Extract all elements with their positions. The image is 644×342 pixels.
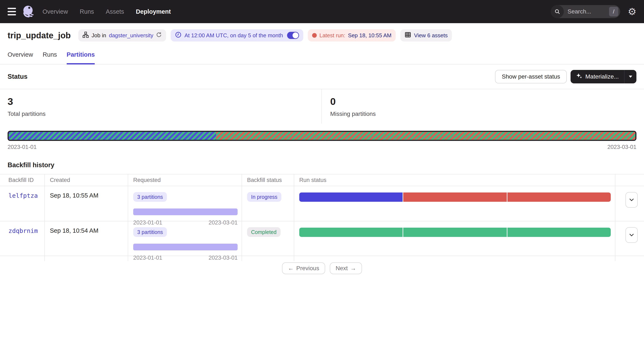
status-header-row: Status Show per-asset status Materialize… — [0, 65, 644, 89]
stat-total-partitions: 3 Total partitions — [0, 89, 321, 124]
backfill-status-badge: In progress — [247, 192, 282, 202]
nav-item-overview[interactable]: Overview — [42, 8, 68, 15]
page-title: trip_update_job — [8, 31, 71, 40]
col-backfill-id: Backfill ID — [0, 174, 44, 186]
backfill-table: Backfill ID Created Requested Backfill s… — [0, 174, 644, 256]
schedule-label: At 12:00 AM UTC, on day 5 of the month — [184, 32, 283, 39]
schedule-toggle[interactable] — [287, 32, 299, 39]
job-tabs: Overview Runs Partitions — [0, 48, 644, 65]
dagster-logo-icon[interactable] — [22, 5, 35, 18]
schedule-badge: At 12:00 AM UTC, on day 5 of the month — [171, 29, 303, 42]
search-shortcut-badge: / — [609, 7, 618, 17]
arrow-left-icon: ← — [288, 265, 294, 272]
tab-overview[interactable]: Overview — [8, 51, 33, 65]
partition-stats: 3 Total partitions 0 Missing partitions — [0, 89, 644, 124]
materialize-button[interactable]: Materialize... — [570, 70, 624, 83]
run-segment[interactable] — [299, 192, 402, 202]
stat-value: 0 — [330, 96, 636, 107]
job-header: trip_update_job Job in dagster_universit… — [0, 23, 644, 48]
job-repo-badge: Job in dagster_university — [78, 29, 166, 42]
tab-runs[interactable]: Runs — [43, 51, 57, 65]
materialize-label: Materialize... — [585, 73, 619, 80]
chevron-down-icon — [629, 233, 634, 236]
view-assets-badge[interactable]: View 6 assets — [400, 29, 452, 42]
repository-link[interactable]: dagster_university — [109, 32, 153, 39]
col-run-status: Run status — [294, 174, 615, 186]
job-icon — [82, 32, 89, 39]
hamburger-menu-icon[interactable] — [8, 8, 16, 15]
created-timestamp: Sep 18, 10:54 AM — [50, 227, 98, 234]
sparkle-icon — [576, 73, 582, 81]
backfill-id-link[interactable]: zdqbrnim — [8, 227, 38, 234]
nav-item-assets[interactable]: Assets — [106, 8, 124, 15]
latest-run-badge: Latest run: Sep 18, 10:55 AM — [308, 29, 396, 42]
run-segment[interactable] — [508, 228, 611, 237]
next-label: Next — [336, 265, 348, 272]
stat-missing-partitions: 0 Missing partitions — [321, 89, 644, 124]
caret-down-icon — [629, 76, 632, 78]
col-expand — [615, 174, 644, 186]
job-in-label: Job in — [92, 32, 106, 39]
col-requested: Requested — [128, 174, 242, 186]
backfill-history-heading: Backfill history — [0, 150, 644, 174]
nav-item-runs[interactable]: Runs — [80, 8, 94, 15]
backfill-status-badge: Completed — [247, 227, 280, 237]
requested-range-bar — [133, 208, 238, 215]
expand-row-button[interactable] — [626, 192, 638, 208]
run-segment[interactable] — [508, 192, 611, 202]
search-input[interactable]: Search... / — [551, 5, 620, 18]
col-created: Created — [44, 174, 128, 186]
partition-range-start: 2023-01-01 — [8, 144, 36, 150]
run-segment[interactable] — [403, 228, 506, 237]
previous-page-button[interactable]: ← Previous — [282, 262, 325, 274]
partition-status-bar[interactable] — [8, 131, 636, 141]
nav-item-deployment[interactable]: Deployment — [136, 8, 171, 15]
gear-icon[interactable]: ⚙ — [628, 7, 636, 17]
run-failed-dot-icon — [312, 33, 317, 38]
latest-run-time-link[interactable]: Sep 18, 10:55 AM — [348, 32, 392, 39]
search-placeholder: Search... — [568, 8, 609, 15]
previous-label: Previous — [296, 265, 319, 272]
table-row: lelfptza Sep 18, 10:55 AM 3 partitions 2… — [0, 186, 644, 221]
view-assets-link[interactable]: View 6 assets — [414, 32, 448, 39]
materialize-dropdown-button[interactable] — [624, 70, 636, 83]
top-nav-links: Overview Runs Assets Deployment — [42, 8, 171, 15]
requested-range-end: 2023-03-01 — [208, 255, 238, 261]
stat-label: Total partitions — [8, 111, 314, 117]
stat-value: 3 — [8, 96, 314, 107]
run-status-bar[interactable] — [299, 228, 611, 237]
partition-bar-segment-inprogress[interactable] — [9, 132, 216, 140]
backfill-table-header: Backfill ID Created Requested Backfill s… — [0, 174, 644, 186]
materialize-button-group: Materialize... — [570, 70, 636, 83]
created-timestamp: Sep 18, 10:55 AM — [50, 192, 98, 199]
pagination: ← Previous Next → — [0, 262, 644, 274]
clock-icon — [175, 31, 182, 40]
latest-run-label: Latest run: — [320, 32, 345, 39]
chevron-down-icon — [629, 198, 634, 201]
status-heading: Status — [8, 73, 28, 81]
arrow-right-icon: → — [350, 265, 356, 272]
grid-icon — [404, 31, 411, 40]
requested-range-start: 2023-01-01 — [133, 255, 162, 261]
run-segment[interactable] — [299, 228, 402, 237]
partitions-count-badge[interactable]: 3 partitions — [133, 192, 167, 202]
partition-bar-segment-failed[interactable] — [216, 132, 635, 140]
reload-icon[interactable] — [156, 32, 162, 39]
run-segment[interactable] — [403, 192, 506, 202]
expand-row-button[interactable] — [626, 227, 638, 243]
next-page-button[interactable]: Next → — [330, 262, 362, 274]
partitions-count-badge[interactable]: 3 partitions — [133, 227, 167, 237]
top-navbar: Overview Runs Assets Deployment Search..… — [0, 0, 644, 23]
requested-range-bar — [133, 244, 238, 250]
backfill-id-link[interactable]: lelfptza — [8, 192, 38, 199]
partition-status-bar-block: 2023-01-01 2023-03-01 — [0, 124, 644, 150]
partition-range-end: 2023-03-01 — [608, 144, 636, 150]
show-per-asset-status-button[interactable]: Show per-asset status — [495, 70, 567, 83]
tab-partitions[interactable]: Partitions — [67, 51, 95, 65]
search-icon — [551, 5, 564, 18]
stat-label: Missing partitions — [330, 111, 636, 117]
table-row: zdqbrnim Sep 18, 10:54 AM 3 partitions 2… — [0, 221, 644, 256]
col-backfill-status: Backfill status — [242, 174, 294, 186]
run-status-bar[interactable] — [299, 192, 611, 202]
